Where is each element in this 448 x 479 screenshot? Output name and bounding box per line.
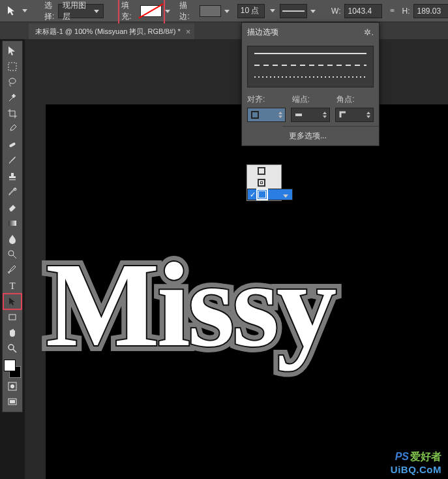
stroke-style-list[interactable]	[247, 46, 374, 87]
eyedropper-tool[interactable]	[4, 122, 21, 136]
svg-rect-12	[252, 112, 258, 118]
svg-rect-4	[8, 221, 16, 226]
arrow-tool-icon	[8, 7, 17, 16]
fill-label: 填充:	[121, 0, 138, 22]
gradient-tool[interactable]	[4, 216, 21, 230]
watermark: PS爱好者 UiBQ.CoM	[391, 450, 441, 475]
align-option-center[interactable]	[247, 177, 281, 189]
align-label: 对齐:	[247, 94, 284, 105]
stroke-dotted[interactable]	[254, 76, 366, 78]
svg-rect-13	[295, 114, 302, 116]
stroke-swatch[interactable]	[200, 5, 221, 17]
fill-swatch-group: 填充:	[119, 0, 163, 23]
corner-select[interactable]	[335, 108, 374, 122]
lasso-tool[interactable]	[4, 75, 21, 89]
align-select[interactable]	[247, 108, 286, 122]
document-canvas[interactable]: Missy Missy Missy	[46, 104, 448, 479]
svg-point-5	[8, 251, 14, 256]
marquee-tool[interactable]	[4, 59, 21, 74]
type-tool[interactable]: T	[4, 279, 21, 293]
crop-tool[interactable]	[4, 106, 21, 121]
path-selection-tool[interactable]	[4, 294, 21, 309]
history-brush-tool[interactable]	[4, 185, 21, 199]
cap-butt-icon	[294, 110, 303, 119]
brush-tool[interactable]	[4, 153, 21, 168]
options-bar: 选择: 现用图层 填充: 描边: 10 点 W: 1043.4 ⚭ H: 189…	[0, 0, 448, 22]
corner-label: 角点:	[336, 94, 374, 105]
tool-dropdown-icon[interactable]	[21, 9, 29, 12]
align-option-outside[interactable]	[247, 189, 293, 200]
cap-label: 端点:	[292, 94, 329, 105]
gear-icon[interactable]: ✲.	[364, 27, 374, 37]
color-swatches[interactable]	[4, 360, 21, 378]
document-tab[interactable]: 未标题-1 @ 100% (Missyuan 拷贝, RGB/8#) * ×	[29, 23, 194, 39]
zoom-tool[interactable]	[4, 341, 21, 356]
stroke-label: 描边:	[179, 0, 196, 22]
svg-rect-11	[10, 400, 15, 403]
cap-select[interactable]	[291, 108, 329, 122]
hand-tool[interactable]	[4, 326, 21, 340]
stamp-tool[interactable]	[4, 169, 21, 183]
stroke-style-preview[interactable]	[280, 4, 307, 18]
width-label: W:	[331, 7, 340, 16]
svg-point-9	[10, 384, 14, 388]
screen-mode-tool[interactable]	[4, 395, 21, 409]
width-field[interactable]: 1043.4	[344, 4, 382, 18]
corner-miter-icon	[338, 110, 348, 119]
quickmask-tool[interactable]	[4, 379, 21, 394]
stroke-weight-dropdown-icon[interactable]	[269, 9, 276, 12]
blur-tool[interactable]	[4, 232, 21, 246]
rectangle-tool[interactable]	[4, 310, 21, 324]
link-icon[interactable]: ⚭	[386, 5, 398, 17]
stroke-weight-field[interactable]: 10 点	[237, 4, 265, 18]
height-label: H:	[402, 7, 410, 16]
fill-swatch[interactable]	[140, 5, 162, 17]
tools-panel: T	[2, 40, 23, 412]
height-field[interactable]: 189.03	[413, 4, 448, 18]
align-dropdown	[246, 164, 282, 201]
document-tab-title: 未标题-1 @ 100% (Missyuan 拷贝, RGB/8#) *	[35, 27, 181, 37]
close-tab-icon[interactable]: ×	[186, 27, 191, 37]
foreground-swatch[interactable]	[4, 360, 16, 371]
eraser-tool[interactable]	[4, 200, 21, 215]
healing-tool[interactable]	[4, 138, 21, 152]
popover-title: 描边选项	[247, 27, 278, 38]
canvas-area: Missy Missy Missy	[25, 39, 448, 479]
select-label: 选择:	[44, 0, 54, 22]
move-tool[interactable]	[4, 44, 21, 58]
stroke-dashed[interactable]	[254, 65, 366, 66]
stroke-solid[interactable]	[254, 53, 366, 54]
svg-rect-0	[8, 63, 16, 70]
more-options-button[interactable]: 更多选项...	[282, 126, 379, 146]
stroke-options-popover: 描边选项 ✲. 对齐: 端点: 角点: 更多选项...	[241, 22, 380, 146]
document-tab-strip: 未标题-1 @ 100% (Missyuan 拷贝, RGB/8#) * ×	[0, 22, 448, 39]
magic-wand-tool[interactable]	[4, 91, 21, 105]
svg-rect-2	[9, 142, 16, 147]
select-layer-dropdown[interactable]: 现用图层	[58, 4, 104, 18]
align-inside-icon	[250, 110, 260, 119]
svg-rect-6	[9, 315, 16, 320]
pen-tool[interactable]	[4, 263, 21, 277]
align-option-inside[interactable]	[247, 165, 281, 177]
dodge-tool[interactable]	[4, 247, 21, 262]
svg-point-7	[8, 345, 14, 350]
